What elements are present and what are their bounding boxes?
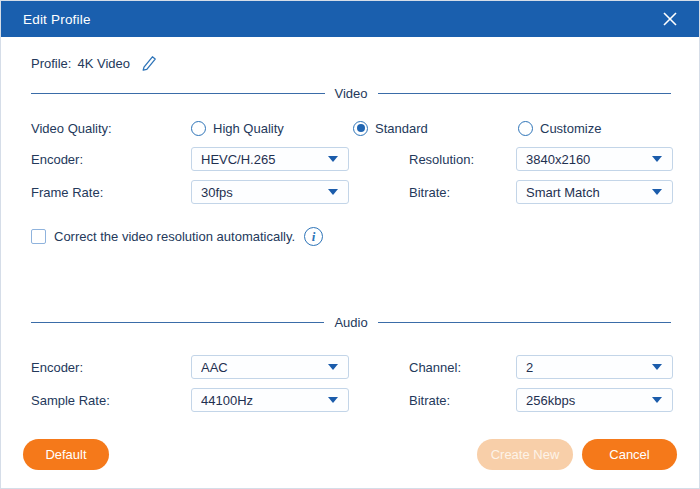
close-button[interactable] xyxy=(659,8,681,30)
chevron-down-icon xyxy=(328,156,338,162)
chevron-down-icon xyxy=(328,364,338,370)
video-bitrate-label: Bitrate: xyxy=(349,185,516,200)
info-icon[interactable]: i xyxy=(304,227,323,246)
audio-row-2: Sample Rate: 44100Hz Bitrate: 256kbps xyxy=(31,388,671,412)
correct-resolution-row: Correct the video resolution automatical… xyxy=(31,227,671,246)
video-section-divider: Video xyxy=(31,86,671,101)
audio-encoder-label: Encoder: xyxy=(31,360,191,375)
audio-encoder-select[interactable]: AAC xyxy=(191,355,349,379)
correct-resolution-label: Correct the video resolution automatical… xyxy=(54,229,295,244)
sample-rate-select[interactable]: 44100Hz xyxy=(191,388,349,412)
close-icon xyxy=(662,11,678,27)
video-encoder-label: Encoder: xyxy=(31,152,191,167)
footer: Default Create New Cancel xyxy=(23,439,677,470)
resolution-select[interactable]: 3840x2160 xyxy=(516,147,673,171)
chevron-down-icon xyxy=(328,189,338,195)
profile-label: Profile: xyxy=(31,56,71,71)
edit-profile-dialog: { "titlebar": { "title": "Edit Profile" … xyxy=(0,0,700,489)
pencil-icon xyxy=(140,55,158,71)
titlebar: Edit Profile xyxy=(1,1,699,37)
chevron-down-icon xyxy=(652,156,662,162)
video-quality-row: Video Quality: High Quality Standard Cus… xyxy=(31,118,671,138)
radio-icon xyxy=(191,121,206,136)
radio-customize[interactable]: Customize xyxy=(518,121,671,136)
correct-resolution-checkbox[interactable] xyxy=(31,229,46,244)
chevron-down-icon xyxy=(652,364,662,370)
dialog-title: Edit Profile xyxy=(23,12,91,27)
radio-label: Customize xyxy=(540,121,601,136)
chevron-down-icon xyxy=(652,397,662,403)
video-section-title: Video xyxy=(325,86,378,101)
divider-line xyxy=(31,93,325,94)
create-new-button[interactable]: Create New xyxy=(477,439,573,470)
video-row-2: Frame Rate: 30fps Bitrate: Smart Match xyxy=(31,180,671,204)
frame-rate-label: Frame Rate: xyxy=(31,185,191,200)
frame-rate-select[interactable]: 30fps xyxy=(191,180,349,204)
sample-rate-label: Sample Rate: xyxy=(31,393,191,408)
radio-label: High Quality xyxy=(213,121,284,136)
video-bitrate-select[interactable]: Smart Match xyxy=(516,180,673,204)
audio-section-divider: Audio xyxy=(31,315,671,330)
default-button[interactable]: Default xyxy=(23,439,109,470)
audio-bitrate-label: Bitrate: xyxy=(349,393,516,408)
channel-label: Channel: xyxy=(349,360,516,375)
channel-select[interactable]: 2 xyxy=(516,355,673,379)
resolution-label: Resolution: xyxy=(349,152,516,167)
video-encoder-select[interactable]: HEVC/H.265 xyxy=(191,147,349,171)
radio-selected-icon xyxy=(353,121,368,136)
chevron-down-icon xyxy=(328,397,338,403)
chevron-down-icon xyxy=(652,189,662,195)
radio-standard[interactable]: Standard xyxy=(353,121,518,136)
edit-profile-name-button[interactable] xyxy=(140,55,158,71)
audio-bitrate-select[interactable]: 256kbps xyxy=(516,388,673,412)
footer-right-group: Create New Cancel xyxy=(477,439,677,470)
divider-line xyxy=(378,322,671,323)
video-quality-label: Video Quality: xyxy=(31,121,191,136)
profile-name: 4K Video xyxy=(77,56,130,71)
radio-label: Standard xyxy=(375,121,428,136)
video-row-1: Encoder: HEVC/H.265 Resolution: 3840x216… xyxy=(31,147,671,171)
audio-section-title: Audio xyxy=(324,315,377,330)
radio-icon xyxy=(518,121,533,136)
profile-row: Profile: 4K Video xyxy=(31,55,671,71)
divider-line xyxy=(31,322,324,323)
audio-row-1: Encoder: AAC Channel: 2 xyxy=(31,355,671,379)
radio-high-quality[interactable]: High Quality xyxy=(191,121,353,136)
dialog-body: Profile: 4K Video Video Video Quality: H… xyxy=(1,55,699,412)
divider-line xyxy=(378,93,672,94)
cancel-button[interactable]: Cancel xyxy=(582,439,677,470)
